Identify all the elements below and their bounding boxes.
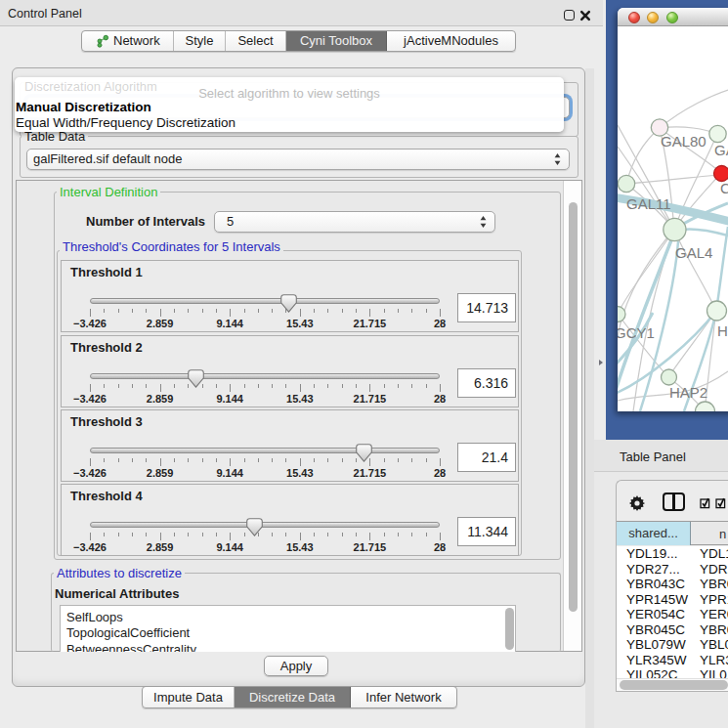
svg-text:GAL11: GAL11 [626, 195, 671, 212]
svg-text:HAP2: HAP2 [669, 384, 707, 401]
svg-text:GCY1: GCY1 [618, 324, 655, 341]
svg-text:GA: GA [714, 142, 728, 158]
svg-text:H: H [717, 322, 728, 339]
svg-text:C: C [720, 180, 728, 196]
svg-text:GAL80: GAL80 [661, 133, 707, 150]
svg-text:GAL4: GAL4 [675, 244, 712, 261]
